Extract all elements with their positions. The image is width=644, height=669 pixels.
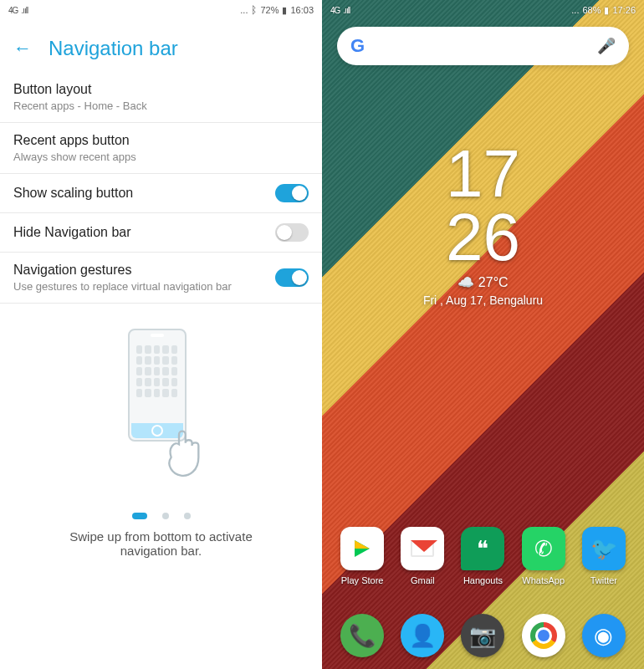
dock-phone[interactable]: 📞 [336,614,388,657]
app-twitter[interactable]: 🐦 Twitter [578,527,630,585]
item-title: Navigation gestures [13,263,265,278]
dot-3[interactable] [184,513,191,519]
dock: 📞 👤 📷 ◉ [322,614,644,657]
battery-percent: 68% [582,5,601,15]
tutorial-caption: Swipe up from bottom to activate navigat… [25,529,297,558]
date-location: Fri , Aug 17, Bengaluru [322,294,644,307]
app-label: Hangouts [463,575,503,585]
item-sub: Recent apps - Home - Back [13,100,299,112]
phone-icon: 📞 [340,614,384,657]
home-screen: 4G .ııll ... 68% ▮ 17:26 G. 🎤 17 26 ☁️ 2… [322,0,644,669]
network-icon: 4G [8,6,18,15]
dock-contacts[interactable]: 👤 [396,614,448,657]
dock-chrome[interactable] [518,614,570,657]
status-time: 16:03 [290,5,314,15]
bluetooth-icon [251,4,257,16]
dock-camera2[interactable]: ◉ [578,614,630,657]
signal-icon: .ııll [343,6,350,15]
signal-icon: .ııll [21,6,28,15]
item-title: Recent apps button [13,133,299,148]
tutorial-panel: Swipe up from bottom to activate navigat… [0,304,322,575]
settings-screen: 4G .ııll ... 72% ▮ 16:03 ← Navigation ba… [0,0,322,669]
clock-widget[interactable]: 17 26 ☁️ 27°C Fri , Aug 17, Bengaluru [322,142,644,307]
app-play-store[interactable]: Play Store [336,527,388,585]
status-time: 17:26 [612,5,636,15]
app-label: Gmail [411,575,435,585]
gmail-icon [401,527,444,570]
item-sub: Always show recent apps [13,151,299,163]
clock-hours: 17 [322,142,644,206]
hand-icon [157,425,224,483]
battery-percent: 72% [260,5,279,15]
toggle-hide-nav[interactable] [275,223,309,242]
app-label: Twitter [590,575,617,585]
network-icon: 4G [330,6,340,15]
item-hide-navigation-bar[interactable]: Hide Navigation bar [0,213,322,253]
camera-icon: 📷 [461,614,504,657]
play-store-icon [340,527,384,570]
app-gmail[interactable]: Gmail [396,527,448,585]
item-title: Show scaling button [13,186,265,201]
status-bar: 4G .ııll ... 68% ▮ 17:26 [322,0,644,20]
back-arrow-icon[interactable]: ← [13,38,32,59]
item-title: Hide Navigation bar [13,225,265,240]
status-dots: ... [240,5,248,15]
tutorial-dots[interactable] [25,513,297,519]
google-search-bar[interactable]: G. 🎤 [337,27,629,65]
twitter-icon: 🐦 [582,527,626,570]
app-label: Play Store [341,575,384,585]
weather-icon: ☁️ [457,275,474,289]
chrome-icon [522,614,565,657]
item-show-scaling-button[interactable]: Show scaling button [0,174,322,213]
tutorial-illustration [78,329,245,496]
page-title: Navigation bar [49,37,178,60]
hangouts-icon: ❝ [461,527,504,570]
camera2-icon: ◉ [582,614,626,657]
dot-2[interactable] [162,513,169,519]
item-recent-apps-button[interactable]: Recent apps button Always show recent ap… [0,123,322,174]
whatsapp-icon: ✆ [522,527,565,570]
header: ← Navigation bar [0,20,322,72]
battery-icon: ▮ [282,5,287,16]
toggle-show-scaling[interactable] [275,184,309,202]
item-sub: Use gestures to replace virtual navigati… [13,280,265,293]
mic-icon[interactable]: 🎤 [597,37,616,55]
dock-camera[interactable]: 📷 [457,614,509,657]
app-row: Play Store Gmail ❝ Hangouts ✆ WhatsApp 🐦… [322,527,644,585]
status-bar: 4G .ııll ... 72% ▮ 16:03 [0,0,322,20]
app-hangouts[interactable]: ❝ Hangouts [457,527,509,585]
item-title: Button layout [13,82,299,97]
clock-minutes: 26 [322,206,644,269]
item-button-layout[interactable]: Button layout Recent apps - Home - Back [0,72,322,123]
toggle-nav-gestures[interactable] [275,268,309,287]
item-navigation-gestures[interactable]: Navigation gestures Use gestures to repl… [0,253,322,304]
status-dots: ... [571,5,579,15]
google-logo-icon: G. [350,35,370,57]
app-label: WhatsApp [522,575,565,585]
contacts-icon: 👤 [401,614,444,657]
battery-icon: ▮ [604,5,609,16]
app-whatsapp[interactable]: ✆ WhatsApp [518,527,570,585]
dot-1[interactable] [132,513,147,519]
weather-temp: 27°C [478,275,509,289]
